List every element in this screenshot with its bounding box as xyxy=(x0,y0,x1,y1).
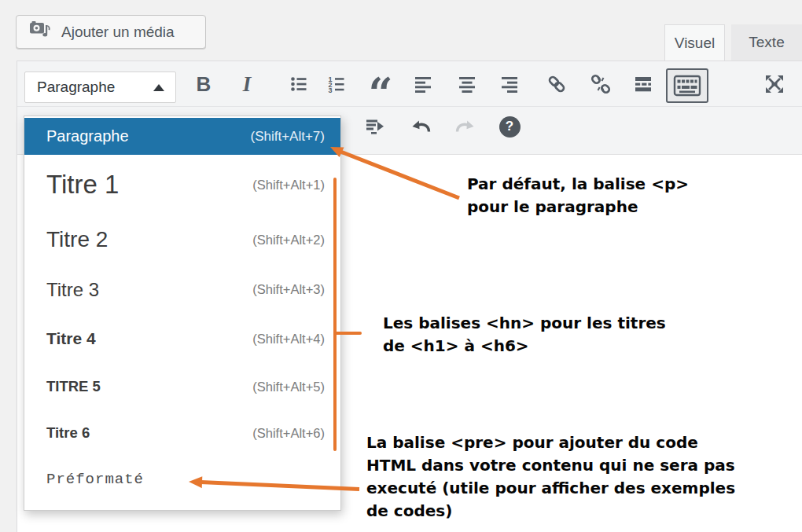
annotation-preformatted-note: La balise <pre> pour ajouter du code HTM… xyxy=(366,431,735,523)
fullscreen-icon xyxy=(763,72,786,96)
undo-icon xyxy=(410,116,432,137)
svg-text:3: 3 xyxy=(329,86,333,94)
tab-visual-label: Visuel xyxy=(675,35,715,52)
undo-button[interactable] xyxy=(404,111,439,142)
dropdown-item-shortcut: (Shift+Alt+6) xyxy=(252,426,325,441)
format-select-value: Paragraphe xyxy=(37,79,115,96)
dropdown-item-label: Titre 3 xyxy=(46,279,99,301)
bullet-list-icon xyxy=(289,74,310,94)
redo-button[interactable] xyxy=(447,111,482,142)
keyboard-icon xyxy=(673,75,701,97)
toolbar-toggle-button[interactable] xyxy=(666,68,708,103)
bold-button[interactable]: B xyxy=(186,68,221,100)
tab-text[interactable]: Texte xyxy=(731,24,802,61)
dropdown-item-heading6[interactable]: Titre 6 (Shift+Alt+6) xyxy=(24,410,340,456)
format-dropdown-panel: Paragraphe (Shift+Alt+7) Titre 1 (Shift+… xyxy=(24,116,341,511)
dropdown-item-shortcut: (Shift+Alt+5) xyxy=(252,380,325,394)
caret-up-icon xyxy=(153,84,164,91)
dropdown-item-label: Titre 1 xyxy=(46,170,119,200)
dropdown-item-shortcut: (Shift+Alt+3) xyxy=(252,282,325,297)
dropdown-item-shortcut: (Shift+Alt+2) xyxy=(252,233,325,248)
help-icon: ? xyxy=(499,116,521,138)
tab-visual[interactable]: Visuel xyxy=(664,24,725,61)
format-select[interactable]: Paragraphe xyxy=(24,72,176,103)
align-left-button[interactable] xyxy=(406,68,440,100)
remove-link-button[interactable] xyxy=(583,68,618,100)
dropdown-item-heading2[interactable]: Titre 2 (Shift+Alt+2) xyxy=(24,215,340,265)
dropdown-item-label: Paragraphe xyxy=(46,127,129,145)
indent-icon xyxy=(364,116,384,137)
add-media-label: Ajouter un média xyxy=(61,24,175,41)
blockquote-icon: “ xyxy=(368,68,392,100)
dropdown-item-heading1[interactable]: Titre 1 (Shift+Alt+1) xyxy=(24,155,340,215)
dropdown-item-preformatted[interactable]: Préformaté xyxy=(24,456,340,503)
annotation-headings-note: Les balises <hn> pour les titres de <h1>… xyxy=(383,312,666,358)
bold-icon: B xyxy=(197,72,212,97)
dropdown-item-heading4[interactable]: Titre 4 (Shift+Alt+4) xyxy=(24,314,340,363)
insert-link-button[interactable] xyxy=(539,68,574,100)
dropdown-item-shortcut: (Shift+Alt+7) xyxy=(251,129,326,145)
unlink-icon xyxy=(590,73,612,95)
bullet-list-button[interactable] xyxy=(282,68,317,100)
redo-icon xyxy=(454,116,476,137)
align-right-button[interactable] xyxy=(492,68,527,100)
italic-button[interactable]: I xyxy=(230,68,264,100)
dropdown-item-label: Titre 4 xyxy=(46,329,96,348)
numbered-list-icon: 1 2 3 xyxy=(327,74,348,94)
link-icon xyxy=(546,73,568,95)
media-camera-music-icon xyxy=(29,20,53,43)
annotation-paragraph-note: Par défaut, la balise <p> pour le paragr… xyxy=(467,173,689,218)
dropdown-item-shortcut: (Shift+Alt+4) xyxy=(252,332,325,347)
align-center-button[interactable] xyxy=(450,68,484,100)
fullscreen-button[interactable] xyxy=(757,68,792,100)
more-tag-icon xyxy=(633,73,653,95)
dropdown-item-heading3[interactable]: Titre 3 (Shift+Alt+3) xyxy=(24,265,340,314)
wordpress-editor-screenshot: Ajouter un média Visuel Texte Paragraphe… xyxy=(0,0,802,532)
help-button[interactable]: ? xyxy=(492,111,527,142)
dropdown-item-label: Préformaté xyxy=(46,471,144,488)
italic-icon: I xyxy=(243,72,252,97)
dropdown-item-paragraph[interactable]: Paragraphe (Shift+Alt+7) xyxy=(24,118,340,155)
tab-text-label: Texte xyxy=(749,34,784,51)
dropdown-item-heading5[interactable]: TITRE 5 (Shift+Alt+5) xyxy=(24,363,340,410)
dropdown-item-shortcut: (Shift+Alt+1) xyxy=(252,178,325,193)
align-center-icon xyxy=(457,74,477,94)
align-left-icon xyxy=(413,74,433,94)
blockquote-button[interactable]: “ xyxy=(363,68,398,100)
add-media-button[interactable]: Ajouter un média xyxy=(16,15,206,49)
align-right-icon xyxy=(499,74,520,94)
dropdown-item-label: Titre 2 xyxy=(46,227,108,252)
dropdown-item-label: Titre 6 xyxy=(46,424,90,442)
numbered-list-button[interactable]: 1 2 3 xyxy=(320,68,355,100)
indent-button[interactable] xyxy=(357,111,392,142)
read-more-tag-button[interactable] xyxy=(626,68,660,100)
dropdown-item-label: TITRE 5 xyxy=(46,378,101,395)
